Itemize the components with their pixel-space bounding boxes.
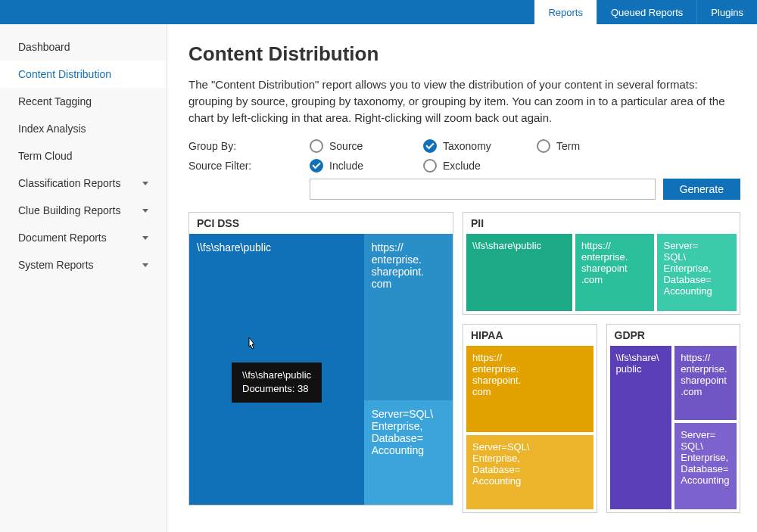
sidebar-item-index-analysis[interactable]: Index Analysis <box>0 115 167 142</box>
sidebar-item-clue-building-reports[interactable]: Clue Building Reports <box>0 197 167 224</box>
radio-label: Source <box>329 140 363 152</box>
sidebar-item-label: Recent Tagging <box>18 95 92 107</box>
source-filter-input[interactable] <box>310 179 656 200</box>
radio-label: Include <box>329 160 363 172</box>
tab-reports[interactable]: Reports <box>534 0 597 24</box>
tab-queued-reports[interactable]: Queued Reports <box>597 0 696 24</box>
generate-button[interactable]: Generate <box>663 179 740 200</box>
panel-pci-dss: PCI DSS \\fs\share\public \\fs\share\pub… <box>188 212 453 506</box>
sidebar-item-dashboard[interactable]: Dashboard <box>0 33 167 61</box>
panel-title: GDPR <box>607 325 740 346</box>
treemap-cell[interactable]: \\fs\share\public \\fs\share\public Docu… <box>189 234 364 505</box>
chevron-down-icon <box>142 236 148 240</box>
panel-title: PCI DSS <box>189 213 453 234</box>
sidebar-item-label: System Reports <box>18 259 94 271</box>
treemap-cell[interactable]: https:// enterprise. sharepoint. com <box>466 346 593 432</box>
source-filter-radios: Include Exclude <box>310 159 537 173</box>
sidebar-item-label: Document Reports <box>18 232 107 244</box>
treemap-cell[interactable]: https:// enterprise. sharepoint .com <box>575 234 655 311</box>
treemap-cell[interactable]: Server= SQL\ Enterprise, Database= Accou… <box>674 423 737 509</box>
sidebar-item-system-reports[interactable]: System Reports <box>0 251 167 278</box>
controls: Group By: Source Taxonomy Term Source Fi… <box>188 139 740 200</box>
radio-label: Exclude <box>443 160 481 172</box>
pointer-cursor-icon <box>244 336 259 354</box>
panel-gdpr: GDPR \\fs\share\ public https:// enterpr… <box>606 324 741 513</box>
treemap-cell[interactable]: Server=SQL\ Enterprise, Database= Accoun… <box>466 435 593 509</box>
treemap-cell[interactable]: https:// enterprise. sharepoint. com <box>364 234 453 400</box>
panel-title: HIPAA <box>463 325 597 346</box>
tooltip-line: \\fs\share\public <box>242 369 311 382</box>
treemap-cell[interactable]: \\fs\share\public <box>466 234 572 311</box>
page-description: The "Content Distribution" report allows… <box>188 76 740 126</box>
chevron-down-icon <box>142 182 148 185</box>
group-by-label: Group By: <box>188 140 310 152</box>
page-title: Content Distribution <box>188 42 740 66</box>
content-area: Content Distribution The "Content Distri… <box>167 24 757 532</box>
radio-taxonomy[interactable]: Taxonomy <box>423 139 537 153</box>
sidebar-item-classification-reports[interactable]: Classification Reports <box>0 170 167 197</box>
panel-title: PII <box>463 213 740 234</box>
treemap-cell[interactable]: Server=SQL\ Enterprise, Database= Accoun… <box>364 400 453 505</box>
radio-term[interactable]: Term <box>537 139 650 153</box>
treemap-cell[interactable]: https:// enterprise. sharepoint .com <box>674 346 737 420</box>
tab-plugins[interactable]: Plugins <box>696 0 757 24</box>
sidebar-item-label: Content Distribution <box>18 68 111 80</box>
source-filter-label: Source Filter: <box>188 160 310 172</box>
radio-label: Taxonomy <box>443 140 491 152</box>
sidebar-item-label: Classification Reports <box>18 177 120 189</box>
sidebar: Dashboard Content Distribution Recent Ta… <box>0 24 167 532</box>
chevron-down-icon <box>142 263 148 267</box>
radio-exclude[interactable]: Exclude <box>423 159 537 173</box>
tooltip: \\fs\share\public Documents: 38 <box>232 362 322 402</box>
sidebar-item-content-distribution[interactable]: Content Distribution <box>0 61 167 88</box>
radio-label: Term <box>556 140 580 152</box>
cell-label: \\fs\share\public <box>197 241 271 254</box>
group-by-radios: Source Taxonomy Term <box>310 139 650 153</box>
chevron-down-icon <box>142 209 148 213</box>
sidebar-item-label: Index Analysis <box>18 123 86 135</box>
sidebar-item-label: Dashboard <box>18 41 70 53</box>
radio-icon <box>423 139 437 153</box>
radio-icon <box>310 159 323 173</box>
sidebar-item-label: Term Cloud <box>18 150 73 162</box>
sidebar-item-label: Clue Building Reports <box>18 204 120 216</box>
radio-include[interactable]: Include <box>310 159 423 173</box>
radio-icon <box>423 159 437 173</box>
radio-icon <box>537 139 550 153</box>
sidebar-item-term-cloud[interactable]: Term Cloud <box>0 142 167 170</box>
treemap-area: PCI DSS \\fs\share\public \\fs\share\pub… <box>188 212 740 513</box>
treemap-cell[interactable]: \\fs\share\ public <box>610 346 672 509</box>
panel-hipaa: HIPAA https:// enterprise. sharepoint. c… <box>463 324 597 513</box>
panel-pii: PII \\fs\share\public https:// enterpris… <box>463 212 740 315</box>
topbar: Reports Queued Reports Plugins <box>0 0 757 24</box>
radio-icon <box>310 139 323 153</box>
tooltip-line: Documents: 38 <box>242 382 311 396</box>
sidebar-item-document-reports[interactable]: Document Reports <box>0 224 167 251</box>
treemap-cell[interactable]: Server= SQL\ Enterprise, Database= Accou… <box>657 234 737 311</box>
sidebar-item-recent-tagging[interactable]: Recent Tagging <box>0 88 167 115</box>
radio-source[interactable]: Source <box>310 139 423 153</box>
